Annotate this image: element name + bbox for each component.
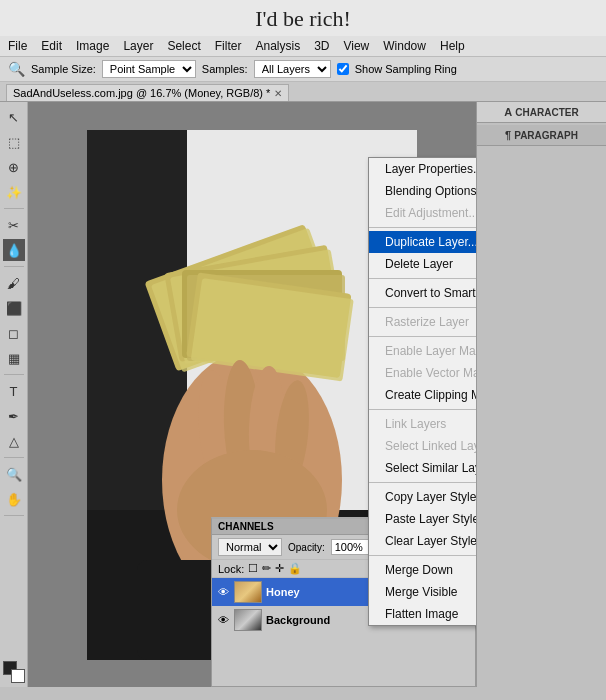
tool-pen[interactable]: ✒	[3, 405, 25, 427]
tool-crop[interactable]: ✂	[3, 214, 25, 236]
layer-thumbnail-honey	[234, 581, 262, 603]
context-item-select-linked: Select Linked Layers	[369, 435, 476, 457]
right-panel-second-tab-row: ¶ PARAGRAPH	[477, 125, 606, 146]
context-item-merge-down[interactable]: Merge Down	[369, 559, 476, 581]
lock-image-icon[interactable]: ✏	[262, 562, 271, 575]
paragraph-tab-label: PARAGRAPH	[514, 130, 578, 141]
context-item-select-similar[interactable]: Select Similar Layers	[369, 457, 476, 479]
layer-name-honey: Honey	[266, 586, 300, 598]
layer-name-background: Background	[266, 614, 330, 626]
context-item-layer-properties[interactable]: Layer Properties...	[369, 158, 476, 180]
context-menu: Layer Properties... Blending Options... …	[368, 157, 476, 626]
options-toolbar: 🔍 Sample Size: Point Sample Samples: All…	[0, 57, 606, 82]
menu-help[interactable]: Help	[440, 39, 465, 53]
context-item-copy-layer-style[interactable]: Copy Layer Style	[369, 486, 476, 508]
context-item-paste-layer-style[interactable]: Paste Layer Style	[369, 508, 476, 530]
menu-layer[interactable]: Layer	[123, 39, 153, 53]
tool-clone[interactable]: ⬛	[3, 297, 25, 319]
opacity-label: Opacity:	[288, 542, 325, 553]
menu-edit[interactable]: Edit	[41, 39, 62, 53]
tab-paragraph[interactable]: ¶ PARAGRAPH	[477, 125, 606, 145]
tool-lasso[interactable]: ⊕	[3, 156, 25, 178]
paragraph-tab-icon: ¶	[505, 129, 511, 141]
context-item-enable-layer-mask: Enable Layer Mask	[369, 340, 476, 362]
tool-magic-wand[interactable]: ✨	[3, 181, 25, 203]
tool-gradient[interactable]: ▦	[3, 347, 25, 369]
menu-image[interactable]: Image	[76, 39, 109, 53]
blend-mode-select[interactable]: Normal	[218, 538, 282, 556]
tool-marquee[interactable]: ⬚	[3, 131, 25, 153]
eyedropper-icon: 🔍	[8, 61, 25, 77]
context-item-clear-layer-style[interactable]: Clear Layer Style	[369, 530, 476, 552]
context-item-delete-layer[interactable]: Delete Layer	[369, 253, 476, 275]
lock-all-icon[interactable]: 🔒	[288, 562, 302, 575]
opacity-input[interactable]	[331, 539, 371, 555]
canvas-area: Layer Properties... Blending Options... …	[28, 102, 476, 687]
tool-eyedropper[interactable]: 💧	[3, 239, 25, 261]
tool-zoom[interactable]: 🔍	[3, 463, 25, 485]
character-tab-label: CHARACTER	[515, 107, 578, 118]
channels-label: CHANNELS	[218, 521, 274, 532]
menu-bar: File Edit Image Layer Select Filter Anal…	[0, 36, 606, 57]
context-item-convert-smart[interactable]: Convert to Smart Object	[369, 282, 476, 304]
tool-type[interactable]: T	[3, 380, 25, 402]
context-item-blending-options[interactable]: Blending Options...	[369, 180, 476, 202]
lock-position-icon[interactable]: ✛	[275, 562, 284, 575]
sample-size-label: Sample Size:	[31, 63, 96, 75]
menu-select[interactable]: Select	[167, 39, 200, 53]
menu-analysis[interactable]: Analysis	[255, 39, 300, 53]
context-item-flatten-image[interactable]: Flatten Image	[369, 603, 476, 625]
tool-move[interactable]: ↖	[3, 106, 25, 128]
menu-window[interactable]: Window	[383, 39, 426, 53]
foreground-background-colors[interactable]	[3, 661, 25, 683]
tab-character[interactable]: A CHARACTER	[477, 102, 606, 122]
left-toolbar: ↖ ⬚ ⊕ ✨ ✂ 💧 🖌 ⬛ ◻ ▦ T ✒ △ 🔍 ✋	[0, 102, 28, 687]
lock-label: Lock:	[218, 563, 244, 575]
character-tab-icon: A	[504, 106, 512, 118]
menu-filter[interactable]: Filter	[215, 39, 242, 53]
show-sampling-ring-label: Show Sampling Ring	[355, 63, 457, 75]
workspace: ↖ ⬚ ⊕ ✨ ✂ 💧 🖌 ⬛ ◻ ▦ T ✒ △ 🔍 ✋	[0, 102, 606, 687]
samples-label: Samples:	[202, 63, 248, 75]
context-item-enable-vector-mask: Enable Vector Mask	[369, 362, 476, 384]
title-bar: I'd be rich!	[0, 0, 606, 36]
layer-visibility-eye-honey[interactable]: 👁	[216, 585, 230, 599]
sample-size-select[interactable]: Point Sample	[102, 60, 196, 78]
context-item-rasterize: Rasterize Layer	[369, 311, 476, 333]
right-panel: A CHARACTER ¶ PARAGRAPH	[476, 102, 606, 687]
context-item-link-layers: Link Layers	[369, 413, 476, 435]
tool-shape[interactable]: △	[3, 430, 25, 452]
menu-file[interactable]: File	[8, 39, 27, 53]
page-title: I'd be rich!	[255, 6, 351, 31]
tool-hand[interactable]: ✋	[3, 488, 25, 510]
document-tab[interactable]: SadAndUseless.com.jpg @ 16.7% (Money, RG…	[6, 84, 289, 101]
menu-3d[interactable]: 3D	[314, 39, 329, 53]
tool-eraser[interactable]: ◻	[3, 322, 25, 344]
samples-select[interactable]: All Layers	[254, 60, 331, 78]
menu-view[interactable]: View	[343, 39, 369, 53]
context-item-duplicate-layer[interactable]: Duplicate Layer...	[369, 231, 476, 253]
tool-brush[interactable]: 🖌	[3, 272, 25, 294]
layer-thumbnail-bg	[234, 609, 262, 631]
right-panel-tabs: A CHARACTER	[477, 102, 606, 123]
tab-filename: SadAndUseless.com.jpg @ 16.7% (Money, RG…	[13, 87, 270, 99]
context-item-merge-visible[interactable]: Merge Visible	[369, 581, 476, 603]
background-color[interactable]	[11, 669, 25, 683]
tab-bar: SadAndUseless.com.jpg @ 16.7% (Money, RG…	[0, 82, 606, 102]
lock-pixels-icon[interactable]: ☐	[248, 562, 258, 575]
close-icon[interactable]: ✕	[274, 88, 282, 99]
show-sampling-ring-checkbox[interactable]	[337, 63, 349, 75]
layer-visibility-eye-bg[interactable]: 👁	[216, 613, 230, 627]
context-item-edit-adjustment: Edit Adjustment...	[369, 202, 476, 224]
context-item-create-clipping-mask[interactable]: Create Clipping Mask	[369, 384, 476, 406]
